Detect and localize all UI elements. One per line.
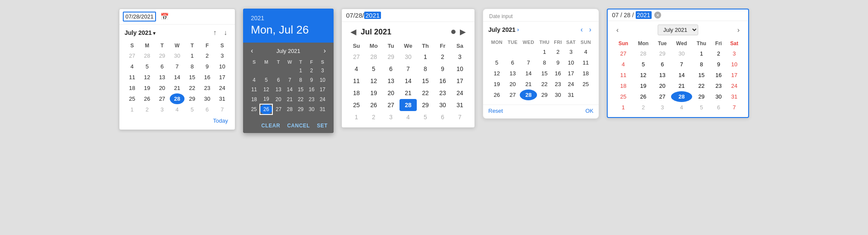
table-row[interactable]: 10 bbox=[564, 57, 578, 68]
table-row[interactable]: 6 bbox=[272, 75, 284, 85]
table-row[interactable]: 11 bbox=[348, 75, 365, 87]
table-row[interactable]: 19 bbox=[488, 79, 505, 90]
table-row[interactable]: 27 bbox=[348, 51, 365, 63]
table-row[interactable]: 3 bbox=[726, 48, 742, 59]
table-row[interactable]: 9 bbox=[552, 57, 564, 68]
table-row[interactable]: 21 bbox=[520, 79, 537, 90]
table-row[interactable]: 2 bbox=[365, 111, 382, 123]
cal5-day[interactable]: 28 bbox=[624, 12, 631, 19]
table-row[interactable]: 31 bbox=[215, 93, 230, 104]
table-row[interactable]: 3 bbox=[564, 46, 578, 57]
table-row[interactable]: 6 bbox=[155, 61, 170, 72]
cal5-month[interactable]: 07 bbox=[612, 12, 619, 19]
cal4-next-button[interactable]: › bbox=[587, 25, 593, 34]
table-row[interactable]: 24 bbox=[726, 80, 742, 91]
table-row[interactable] bbox=[488, 46, 505, 57]
table-row[interactable]: 23 bbox=[306, 94, 317, 104]
table-row[interactable]: 12 bbox=[260, 85, 272, 94]
table-row[interactable]: 27 bbox=[272, 104, 284, 114]
table-row[interactable]: 7 bbox=[284, 75, 295, 85]
table-row[interactable]: 8 bbox=[184, 61, 200, 72]
table-row[interactable]: 5 bbox=[365, 63, 382, 75]
table-row[interactable]: 22 bbox=[184, 83, 200, 93]
table-row[interactable]: 13 bbox=[505, 68, 520, 79]
table-row[interactable]: 26 bbox=[633, 91, 653, 102]
table-row[interactable]: 5 bbox=[140, 61, 155, 72]
table-row[interactable]: 12 bbox=[140, 72, 155, 83]
table-row[interactable]: 2 bbox=[711, 48, 726, 59]
cal1-year[interactable]: 2021 bbox=[141, 13, 153, 20]
table-row[interactable]: 8 bbox=[417, 63, 434, 75]
table-row[interactable]: 29 bbox=[184, 93, 200, 104]
table-row[interactable]: 17 bbox=[726, 70, 742, 80]
table-row[interactable]: 21 bbox=[400, 87, 417, 99]
table-row[interactable]: 24 bbox=[215, 83, 230, 93]
table-row[interactable]: 26 bbox=[365, 99, 382, 111]
table-row[interactable] bbox=[284, 66, 295, 75]
cal4-ok-button[interactable]: OK bbox=[585, 108, 593, 114]
table-row[interactable]: 18 bbox=[614, 80, 633, 91]
table-row[interactable]: 28 bbox=[520, 90, 537, 100]
table-row[interactable]: 16 bbox=[200, 72, 215, 83]
table-row[interactable]: 2 bbox=[306, 66, 317, 75]
table-row[interactable]: 5 bbox=[417, 111, 434, 123]
table-row[interactable]: 5 bbox=[488, 57, 505, 68]
table-row[interactable]: 28 bbox=[365, 51, 382, 63]
table-row[interactable] bbox=[248, 66, 260, 75]
table-row[interactable]: 11 bbox=[248, 85, 260, 94]
table-row[interactable]: 16 bbox=[306, 85, 317, 94]
table-row[interactable]: 10 bbox=[317, 75, 328, 85]
table-row[interactable]: 4 bbox=[400, 111, 417, 123]
cal4-reset-button[interactable]: Reset bbox=[488, 108, 503, 114]
table-row[interactable]: 5 bbox=[633, 59, 653, 70]
table-row[interactable]: 20 bbox=[272, 94, 284, 104]
cal3-day[interactable]: 28 bbox=[355, 12, 362, 19]
cal5-next-button[interactable]: › bbox=[735, 25, 742, 35]
table-row[interactable]: 9 bbox=[711, 59, 726, 70]
table-row[interactable]: 4 bbox=[671, 102, 692, 113]
table-row[interactable]: 15 bbox=[295, 85, 306, 94]
cal3-input-text[interactable]: 07/28/2021 bbox=[346, 12, 381, 19]
table-row[interactable]: 1 bbox=[125, 104, 140, 115]
table-row[interactable]: 20 bbox=[654, 80, 671, 91]
table-row[interactable]: 31 bbox=[564, 90, 578, 100]
table-row[interactable]: 24 bbox=[564, 79, 578, 90]
table-row[interactable]: 30 bbox=[671, 48, 692, 59]
table-row[interactable]: 27 bbox=[125, 50, 140, 61]
table-row[interactable]: 29 bbox=[654, 48, 671, 59]
table-row[interactable]: 13 bbox=[382, 75, 400, 87]
table-row[interactable]: 7 bbox=[520, 57, 537, 68]
table-row[interactable]: 5 bbox=[260, 75, 272, 85]
table-row[interactable]: 3 bbox=[654, 102, 671, 113]
table-row[interactable]: 27 bbox=[505, 90, 520, 100]
table-row[interactable]: 23 bbox=[200, 83, 215, 93]
table-row[interactable]: 8 bbox=[537, 57, 552, 68]
table-row[interactable]: 28 bbox=[633, 48, 653, 59]
table-row[interactable]: 14 bbox=[170, 72, 185, 83]
cal3-month[interactable]: 07 bbox=[346, 12, 353, 19]
table-row[interactable]: 28 bbox=[400, 99, 417, 111]
table-row[interactable]: 22 bbox=[692, 80, 711, 91]
table-row[interactable]: 18 bbox=[125, 83, 140, 93]
table-row[interactable]: 15 bbox=[537, 68, 552, 79]
cal2-prev-button[interactable]: ‹ bbox=[248, 46, 256, 56]
table-row[interactable]: 1 bbox=[692, 48, 711, 59]
table-row[interactable]: 14 bbox=[671, 70, 692, 80]
table-row[interactable]: 23 bbox=[434, 87, 451, 99]
cal5-clear-button[interactable]: ✕ bbox=[654, 12, 661, 19]
table-row[interactable]: 9 bbox=[306, 75, 317, 85]
cal1-next-button[interactable]: ↓ bbox=[221, 28, 230, 37]
table-row[interactable]: 17 bbox=[215, 72, 230, 83]
table-row[interactable]: 26 bbox=[140, 93, 155, 104]
table-row[interactable]: 27 bbox=[654, 91, 671, 102]
table-row[interactable]: 2 bbox=[200, 50, 215, 61]
table-row[interactable]: 3 bbox=[317, 66, 328, 75]
table-row[interactable]: 6 bbox=[434, 111, 451, 123]
cal1-prev-button[interactable]: ↑ bbox=[211, 28, 219, 37]
table-row[interactable]: 19 bbox=[633, 80, 653, 91]
table-row[interactable]: 12 bbox=[633, 70, 653, 80]
table-row[interactable]: 6 bbox=[382, 63, 400, 75]
table-row[interactable]: 28 bbox=[140, 50, 155, 61]
table-row[interactable]: 30 bbox=[552, 90, 564, 100]
table-row[interactable]: 15 bbox=[184, 72, 200, 83]
